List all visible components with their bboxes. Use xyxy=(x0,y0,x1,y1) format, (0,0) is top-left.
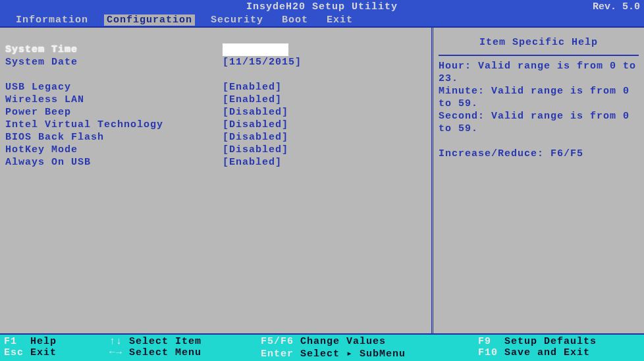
setting-value[interactable]: [Enabled] xyxy=(223,81,282,94)
setting-label: System Time xyxy=(5,43,223,56)
hint-help: F1 Help xyxy=(4,336,109,347)
help-title: Item Specific Help xyxy=(439,33,639,56)
setting-label: Intel Virtual Technology xyxy=(5,119,223,131)
setting-value[interactable]: [Enabled] xyxy=(223,94,282,106)
setting-row[interactable]: USB Legacy[Enabled] xyxy=(5,81,426,94)
help-body: Hour: Valid range is from 0 to 23.Minute… xyxy=(439,60,639,160)
tab-configuration[interactable]: Configuration xyxy=(104,14,195,26)
menu-bar: InformationConfigurationSecurityBootExit xyxy=(0,13,644,26)
setting-value[interactable]: [Disabled] xyxy=(223,131,288,144)
setting-label: USB Legacy xyxy=(5,81,223,94)
setting-label: BIOS Back Flash xyxy=(5,131,223,144)
hint-change-values: F5/F6 Change Values xyxy=(261,336,478,347)
help-line: Second: Valid range is from 0 to 59. xyxy=(439,110,639,135)
help-line: Increase/Reduce: F6/F5 xyxy=(439,148,639,160)
work-area: System Time[22:28:54]System Date[11/15/2… xyxy=(0,26,644,335)
setting-row[interactable]: System Time[22:28:54] xyxy=(5,43,426,56)
setting-label: Power Beep xyxy=(5,106,223,119)
setting-row[interactable]: Wireless LAN[Enabled] xyxy=(5,94,426,106)
tab-security[interactable]: Security xyxy=(208,14,266,26)
tab-boot[interactable]: Boot xyxy=(279,14,311,26)
footer-bar: F1 Help ↑↓ Select Item F5/F6 Change Valu… xyxy=(0,335,644,361)
setting-value[interactable]: [Enabled] xyxy=(223,156,282,169)
setting-row[interactable]: Power Beep[Disabled] xyxy=(5,106,426,119)
tab-exit[interactable]: Exit xyxy=(324,14,356,26)
setting-value[interactable]: [22:28:54] xyxy=(223,43,288,56)
setting-row[interactable]: Always On USB[Enabled] xyxy=(5,156,426,169)
setting-row[interactable]: System Date[11/15/2015] xyxy=(5,56,426,69)
setting-label: Always On USB xyxy=(5,156,223,169)
setting-row[interactable]: Intel Virtual Technology[Disabled] xyxy=(5,119,426,131)
setting-value[interactable]: [11/15/2015] xyxy=(223,56,302,69)
hint-select-item: ↑↓ Select Item xyxy=(109,336,261,347)
hint-setup-defaults: F9 Setup Defaults xyxy=(478,336,640,347)
setting-value[interactable]: [Disabled] xyxy=(223,144,288,156)
setting-value[interactable]: [Disabled] xyxy=(223,106,288,119)
settings-panel: System Time[22:28:54]System Date[11/15/2… xyxy=(0,28,433,333)
setting-label: System Date xyxy=(5,56,223,69)
setting-row[interactable]: BIOS Back Flash[Disabled] xyxy=(5,131,426,144)
setting-row[interactable]: HotKey Mode[Disabled] xyxy=(5,144,426,156)
tab-information[interactable]: Information xyxy=(13,14,91,26)
help-line: Hour: Valid range is from 0 to 23. xyxy=(439,60,639,85)
hint-select-menu: ←→ Select Menu xyxy=(109,347,261,360)
help-line xyxy=(439,135,639,148)
setting-label: Wireless LAN xyxy=(5,94,223,106)
utility-title: InsydeH20 Setup Utility xyxy=(0,1,644,13)
setting-value[interactable]: [Disabled] xyxy=(223,119,288,131)
title-bar: InsydeH20 Setup Utility Rev. 5.0 xyxy=(0,0,644,13)
hint-exit: Esc Exit xyxy=(4,347,109,360)
help-panel: Item Specific Help Hour: Valid range is … xyxy=(433,28,644,333)
row-spacer xyxy=(5,69,426,81)
help-line: Minute: Valid range is from 0 to 59. xyxy=(439,85,639,110)
hint-select-submenu: Enter Select ▸ SubMenu xyxy=(261,347,478,360)
hint-save-exit: F10 Save and Exit xyxy=(478,347,640,360)
setting-label: HotKey Mode xyxy=(5,144,223,156)
